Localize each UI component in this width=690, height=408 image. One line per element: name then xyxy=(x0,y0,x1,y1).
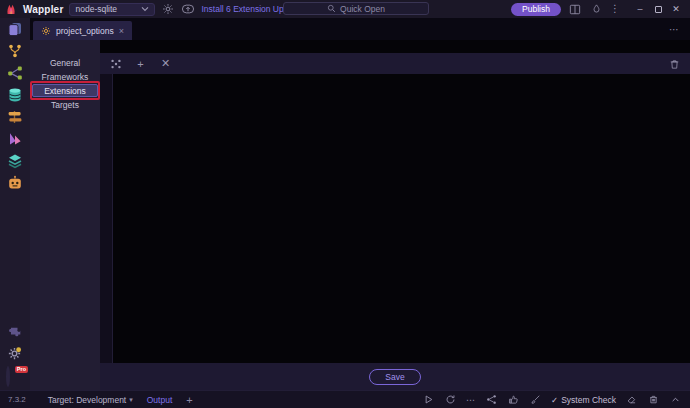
nav-item-frameworks[interactable]: Frameworks xyxy=(32,70,98,83)
output-tab[interactable]: Output xyxy=(147,395,173,405)
run-icon[interactable] xyxy=(422,393,435,406)
tab-gear-icon xyxy=(41,26,51,36)
quick-open-button[interactable]: Quick Open xyxy=(283,2,429,15)
window-controls: – ✕ xyxy=(631,1,685,17)
publish-button[interactable]: Publish xyxy=(511,3,561,16)
extensions-puzzle-icon[interactable] xyxy=(7,324,23,340)
titlebar-left: Wappler node-sqlite Install 6 Extension … xyxy=(5,2,305,16)
brush-icon[interactable] xyxy=(529,393,542,406)
ai-assistant-panel-icon[interactable] xyxy=(7,175,23,191)
close-window-button[interactable]: ✕ xyxy=(667,1,685,17)
titlebar-center: Quick Open xyxy=(283,2,429,15)
tab-project-options[interactable]: project_options × xyxy=(33,21,132,40)
add-extension-icon[interactable]: + xyxy=(134,57,147,70)
workflows-panel-icon[interactable] xyxy=(7,65,23,81)
target-label: Target: Development xyxy=(48,395,126,405)
minimize-button[interactable]: – xyxy=(631,1,649,17)
pages-panel-icon[interactable] xyxy=(7,21,23,37)
save-button[interactable]: Save xyxy=(369,369,420,385)
app-title: Wappler xyxy=(23,4,63,15)
workspace: project_options × ⋯ General Frameworks E… xyxy=(30,18,690,390)
chevron-down-icon xyxy=(141,6,149,12)
tree-gutter xyxy=(100,74,113,363)
version-label: 7.3.2 xyxy=(8,395,26,404)
quick-open-label: Quick Open xyxy=(340,4,385,14)
layers-panel-icon[interactable] xyxy=(7,153,23,169)
settings-gear-icon[interactable] xyxy=(161,2,175,16)
add-panel-icon[interactable]: + xyxy=(186,394,192,406)
titlebar: Wappler node-sqlite Install 6 Extension … xyxy=(0,0,690,18)
status-bar: 7.3.2 Target: Development ▾ Output + ⋯ xyxy=(0,390,690,408)
more-options-icon[interactable]: ⋯ xyxy=(466,395,476,405)
pro-badge: Pro xyxy=(15,366,28,373)
styles-panel-icon[interactable] xyxy=(7,131,23,147)
avatar-ring-icon xyxy=(6,366,10,387)
menu-kebab-icon[interactable]: ⋮ xyxy=(610,4,620,14)
settings-badge-icon[interactable] xyxy=(7,346,23,362)
remove-extension-icon[interactable]: ✕ xyxy=(159,57,172,70)
tab-close-icon[interactable]: × xyxy=(119,26,124,36)
collapse-chevron-icon[interactable] xyxy=(669,393,682,406)
nav-item-extensions[interactable]: Extensions xyxy=(32,84,98,97)
project-selector[interactable]: node-sqlite xyxy=(69,3,155,16)
options-nav: General Frameworks Extensions Targets xyxy=(30,40,100,390)
tab-overflow-icon[interactable]: ⋯ xyxy=(669,24,690,35)
panel-layout-icon[interactable] xyxy=(568,2,582,16)
manage-extensions-icon[interactable] xyxy=(109,57,122,70)
statusbar-right: ⋯ ✓ System Check xyxy=(422,393,682,406)
user-avatar[interactable]: Pro xyxy=(6,368,24,386)
wappler-logo-icon xyxy=(5,3,17,16)
extensions-content: + ✕ Save xyxy=(100,40,690,390)
extension-updates-icon[interactable] xyxy=(181,2,195,16)
nav-item-general[interactable]: General xyxy=(32,56,98,69)
system-check-label: System Check xyxy=(561,395,616,405)
project-name: node-sqlite xyxy=(75,4,117,14)
tab-label: project_options xyxy=(56,26,114,36)
database-panel-icon[interactable] xyxy=(7,87,23,103)
wappler-window: Wappler node-sqlite Install 6 Extension … xyxy=(0,0,690,408)
extensions-toolbar: + ✕ xyxy=(100,53,690,74)
check-icon: ✓ xyxy=(551,395,558,405)
nav-item-targets[interactable]: Targets xyxy=(32,98,98,111)
nav-item-extensions-label: Extensions xyxy=(44,86,86,96)
routes-panel-icon[interactable] xyxy=(7,109,23,125)
activity-bar: Pro xyxy=(0,18,30,390)
target-caret-icon: ▾ xyxy=(129,396,133,404)
titlebar-right: Publish ⋮ – ✕ xyxy=(511,1,685,17)
thumbs-up-icon[interactable] xyxy=(507,393,520,406)
refresh-icon[interactable] xyxy=(444,393,457,406)
theme-droplet-icon[interactable] xyxy=(589,2,603,16)
trash-icon[interactable] xyxy=(668,57,681,70)
tab-bar: project_options × ⋯ xyxy=(30,18,690,40)
maximize-icon xyxy=(655,6,662,13)
maximize-button[interactable] xyxy=(649,1,667,17)
editor-footer: Save xyxy=(100,363,690,390)
app-body: Pro project_options × ⋯ General Framewor… xyxy=(0,18,690,390)
git-panel-icon[interactable] xyxy=(7,43,23,59)
search-icon xyxy=(327,4,336,13)
extensions-canvas xyxy=(100,74,690,363)
content-top-gap xyxy=(100,40,690,53)
target-selector[interactable]: Target: Development ▾ xyxy=(48,395,133,405)
eraser-icon[interactable] xyxy=(625,393,638,406)
project-options-editor: General Frameworks Extensions Targets xyxy=(30,40,690,390)
clean-project-icon[interactable] xyxy=(647,393,660,406)
share-icon[interactable] xyxy=(485,393,498,406)
system-check-button[interactable]: ✓ System Check xyxy=(551,395,616,405)
